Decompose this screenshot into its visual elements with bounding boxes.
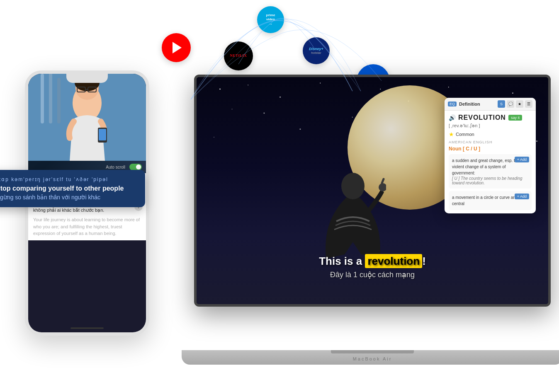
dict-definition-1: + Add a sudden and great change, esp. th… bbox=[449, 154, 532, 189]
svg-point-17 bbox=[263, 113, 265, 114]
svg-point-14 bbox=[280, 97, 281, 98]
prime-text: primevideo bbox=[266, 13, 275, 22]
dict-common-label: Common bbox=[456, 132, 474, 137]
youtube-logo bbox=[162, 33, 191, 62]
laptop-subtitle-area: This is a revolution! Đây là 1 cuộc cách… bbox=[197, 255, 548, 279]
phone-video-area[interactable]: Xong 3/5 bbox=[28, 74, 146, 173]
svg-point-24 bbox=[214, 137, 214, 138]
dict-tab: EQ bbox=[448, 102, 457, 106]
dict-lang-label: AMERICAN ENGLISH bbox=[449, 140, 532, 144]
dict-definition-2: + Add a movement in a circle or curve ar… bbox=[449, 191, 532, 210]
character-silhouette bbox=[320, 167, 386, 267]
phone-container: Xong 3/5 bbox=[21, 62, 153, 352]
svg-point-26 bbox=[352, 117, 353, 118]
prime-logo: primevideo → bbox=[257, 6, 284, 33]
disney-text: Disney+ bbox=[309, 47, 323, 51]
phone-text-gray-block: Your life journey is about learning to b… bbox=[33, 216, 141, 237]
phone-home-indicator bbox=[70, 327, 104, 329]
vietnamese-subtitle: Ngừng so sánh bản thân với người khác bbox=[0, 194, 137, 201]
laptop-english-subtitle: This is a revolution! bbox=[197, 255, 548, 268]
laptop-container: This is a revolution! Đây là 1 cuộc cách… bbox=[194, 75, 559, 365]
svg-point-22 bbox=[512, 92, 513, 94]
dict-word-row: 🔊 REVOLUTION say it bbox=[449, 114, 532, 121]
dict-icon-chat[interactable]: 💬 bbox=[507, 100, 514, 108]
svg-point-13 bbox=[248, 85, 248, 85]
hotstar-text: hotstar bbox=[309, 51, 323, 55]
svg-rect-1 bbox=[41, 74, 44, 123]
laptop-subtitle-highlight: revolution bbox=[365, 254, 422, 268]
dict-add-btn-1[interactable]: + Add bbox=[515, 157, 529, 162]
svg-rect-11 bbox=[99, 129, 106, 140]
svg-point-28 bbox=[536, 140, 537, 142]
netflix-text: NETfLIX bbox=[230, 54, 247, 58]
prime-icon: → bbox=[266, 22, 275, 26]
laptop-hinge bbox=[331, 350, 414, 353]
svg-point-16 bbox=[232, 109, 233, 109]
svg-point-15 bbox=[320, 83, 321, 84]
phonetic-row: stɑp kəm'perɪŋ jər'sɛlf tu 'ʌðər 'pipəl bbox=[0, 177, 137, 182]
dict-noun-label: Noun [ C / U ] bbox=[449, 146, 532, 152]
dict-body: 🔊 REVOLUTION say it [ ˌrev.əˈluː.ʃən ] ★… bbox=[445, 111, 536, 213]
svg-rect-2 bbox=[49, 74, 52, 123]
dict-header: EQ Definition S 💬 ★ ☰ bbox=[445, 98, 536, 111]
svg-point-25 bbox=[299, 128, 301, 130]
laptop-vietnamese-subtitle: Đây là 1 cuộc cách mạng bbox=[197, 270, 548, 279]
laptop-subtitle-before: This is a bbox=[319, 255, 365, 267]
dict-word: REVOLUTION bbox=[458, 114, 506, 121]
svg-point-29 bbox=[341, 173, 365, 199]
english-subtitle: Stop comparing yourself to other people bbox=[0, 185, 137, 192]
svg-point-20 bbox=[448, 87, 449, 87]
laptop-subtitle-after: ! bbox=[422, 255, 426, 267]
laptop-screen-outer: This is a revolution! Đây là 1 cuộc cách… bbox=[194, 75, 551, 307]
youtube-play-icon bbox=[173, 42, 182, 53]
dict-phonetic: [ ˌrev.əˈluː.ʃən ] bbox=[449, 123, 532, 128]
dict-say-button[interactable]: say it bbox=[508, 115, 522, 121]
svg-rect-3 bbox=[57, 78, 61, 123]
dict-sound-icon[interactable]: 🔊 bbox=[449, 114, 456, 121]
laptop-brand-label: MacBook Air bbox=[353, 356, 392, 361]
phone-notch bbox=[66, 74, 108, 83]
laptop-screen-inner: This is a revolution! Đây là 1 cuộc cách… bbox=[197, 77, 548, 304]
netflix-logo: NETfLIX bbox=[224, 41, 253, 70]
subtitle-box: stɑp kəm'perɪŋ jər'sɛlf tu 'ʌðər 'pipəl … bbox=[0, 170, 145, 207]
auto-scroll-label: Auto scroll bbox=[106, 165, 125, 169]
dict-icon-star[interactable]: ★ bbox=[516, 100, 523, 108]
dict-icon-menu[interactable]: ☰ bbox=[525, 100, 532, 108]
svg-point-18 bbox=[380, 89, 381, 90]
toggle-switch[interactable] bbox=[129, 164, 142, 170]
dict-star-icon: ★ bbox=[449, 131, 454, 138]
dict-add-btn-2[interactable]: + Add bbox=[515, 194, 529, 199]
dict-icon-s[interactable]: S bbox=[498, 100, 505, 108]
dict-common-row: ★ Common bbox=[449, 131, 532, 138]
phone-video-person bbox=[28, 74, 146, 161]
disney-logo: Disney+ hotstar bbox=[303, 37, 330, 64]
dictionary-popup: EQ Definition S 💬 ★ ☰ 🔊 REVOLUTION say i… bbox=[445, 98, 536, 213]
svg-point-30 bbox=[379, 183, 386, 191]
dict-definition-label: Definition bbox=[459, 102, 480, 106]
dict-example-1: [ U ] The country seems to be heading to… bbox=[452, 176, 528, 185]
dict-icons: S 💬 ★ ☰ bbox=[498, 100, 532, 108]
laptop-base: MacBook Air bbox=[182, 350, 559, 365]
svg-point-12 bbox=[219, 89, 221, 90]
